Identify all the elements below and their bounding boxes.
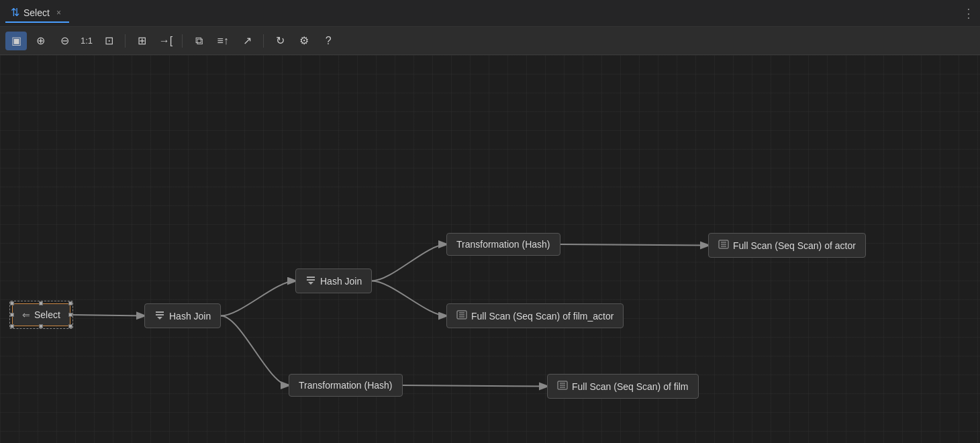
zoom-in-button[interactable]: ⊕	[30, 32, 51, 50]
node-full-scan-film-actor[interactable]: Full Scan (Seq Scan) of film_actor	[446, 303, 624, 328]
handle-br[interactable]	[68, 324, 72, 328]
node-full-scan-actor[interactable]: Full Scan (Seq Scan) of actor	[708, 233, 866, 258]
full-scan-film-actor-icon	[456, 309, 467, 322]
tab-close-button[interactable]: ×	[54, 7, 64, 19]
hash-join-1-icon	[154, 309, 165, 322]
full-scan-actor-label: Full Scan (Seq Scan) of actor	[733, 240, 856, 251]
hash-join-2-label: Hash Join	[320, 276, 362, 287]
svg-line-0	[70, 315, 144, 316]
refresh-button[interactable]: ↻	[269, 32, 291, 50]
help-button[interactable]: ?	[317, 32, 339, 50]
hash-join-2-icon	[305, 275, 316, 287]
handle-tc[interactable]	[39, 301, 43, 305]
export-button[interactable]: ↗	[236, 32, 258, 50]
tab-more-button[interactable]: ⋮	[963, 6, 975, 21]
hash-join-1-label: Hash Join	[169, 311, 211, 322]
settings-button[interactable]: ⚙	[293, 32, 315, 50]
node-hash-join-2[interactable]: Hash Join	[295, 268, 372, 293]
svg-rect-4	[156, 314, 164, 315]
expand-button[interactable]: →[	[155, 32, 177, 50]
svg-line-2	[403, 385, 547, 387]
full-scan-film-actor-label: Full Scan (Seq Scan) of film_actor	[471, 311, 614, 322]
arrange-button[interactable]: ≡↑	[212, 32, 234, 50]
handle-mr[interactable]	[68, 313, 72, 317]
handle-tl[interactable]	[10, 301, 14, 305]
tab-select[interactable]: ⇅ Select ×	[5, 3, 69, 23]
full-scan-actor-icon	[718, 239, 729, 252]
select-node-icon: ⇐	[22, 309, 30, 320]
canvas[interactable]: ⇐ Select Hash Join Hash Join Transformat…	[0, 55, 980, 443]
tab-title: Select	[23, 7, 50, 18]
node-transform-hash-2[interactable]: Transformation (Hash)	[289, 374, 403, 397]
handle-tr[interactable]	[68, 301, 72, 305]
layout-button[interactable]: ⊞	[131, 32, 152, 50]
toolbar: ▣ ⊕ ⊖ 1:1 ⊡ ⊞ →[ ⧉ ≡↑ ↗ ↻ ⚙ ?	[0, 27, 980, 55]
node-transform-hash-1[interactable]: Transformation (Hash)	[446, 233, 560, 256]
fit-button[interactable]: ⊡	[98, 32, 119, 50]
svg-line-1	[560, 244, 708, 246]
transform-hash-2-label: Transformation (Hash)	[299, 380, 393, 391]
clone-button[interactable]: ⧉	[188, 32, 209, 50]
toggle-panel-button[interactable]: ▣	[5, 32, 27, 50]
svg-rect-3	[156, 311, 164, 313]
node-hash-join-1[interactable]: Hash Join	[144, 303, 221, 328]
zoom-out-button[interactable]: ⊖	[54, 32, 75, 50]
tab-active-indicator	[5, 21, 69, 23]
svg-rect-6	[307, 277, 315, 278]
svg-marker-5	[157, 317, 162, 319]
tab-left: ⇅ Select ×	[5, 3, 69, 23]
svg-marker-8	[308, 282, 313, 285]
toolbar-separator-2	[182, 34, 183, 48]
toolbar-separator-1	[125, 34, 126, 48]
node-select[interactable]: ⇐ Select	[12, 303, 70, 326]
svg-rect-7	[307, 279, 315, 281]
select-node-label: Select	[34, 309, 60, 320]
tab-icon: ⇅	[11, 6, 19, 19]
toolbar-separator-3	[263, 34, 264, 48]
tab-bar: ⇅ Select × ⋮	[0, 0, 980, 27]
zoom-reset-button[interactable]: 1:1	[78, 36, 95, 46]
transform-hash-1-label: Transformation (Hash)	[456, 239, 550, 250]
full-scan-film-icon	[557, 380, 568, 393]
handle-bl[interactable]	[10, 324, 14, 328]
handle-ml[interactable]	[10, 313, 14, 317]
full-scan-film-label: Full Scan (Seq Scan) of film	[572, 381, 689, 392]
node-full-scan-film[interactable]: Full Scan (Seq Scan) of film	[547, 374, 699, 399]
handle-bc[interactable]	[39, 324, 43, 328]
